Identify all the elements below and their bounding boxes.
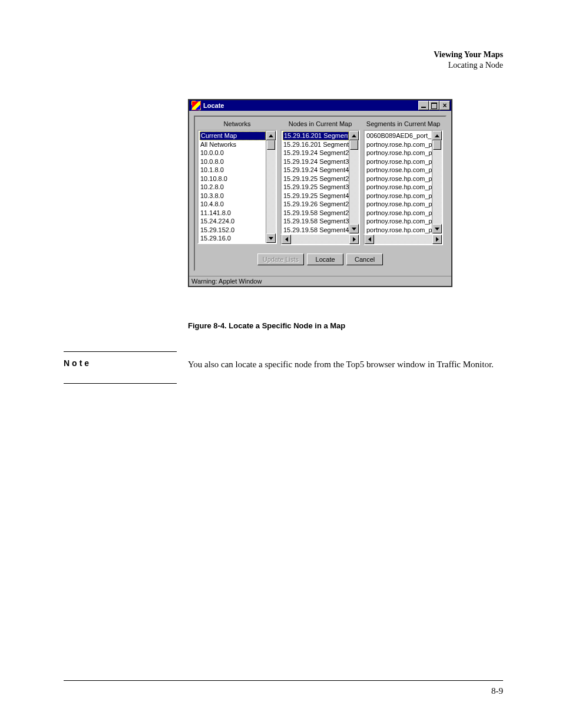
locate-window: Locate Networks Current MapAll Networks1… bbox=[188, 99, 452, 287]
list-item[interactable]: portnoy.rose.hp.com_p bbox=[366, 209, 432, 218]
list-item[interactable]: portnoy.rose.hp.com_p bbox=[366, 217, 432, 226]
list-item[interactable]: 15.29.19.24 Segment3 bbox=[283, 157, 349, 166]
header-title: Viewing Your Maps bbox=[434, 50, 503, 60]
window-title: Locate bbox=[203, 102, 224, 109]
scroll-down-icon[interactable] bbox=[266, 233, 276, 243]
list-item[interactable]: 15.29.19.26 Segment2 bbox=[283, 200, 349, 209]
list-item[interactable]: 10.4.8.0 bbox=[200, 200, 266, 209]
close-button[interactable] bbox=[439, 101, 450, 110]
list-item[interactable]: All Networks bbox=[200, 140, 266, 149]
list-item[interactable]: portnoy.rose.hp.com_p bbox=[366, 183, 432, 192]
locate-button[interactable]: Locate bbox=[307, 253, 343, 265]
list-item[interactable]: 15.29.19.24 Segment4 bbox=[283, 166, 349, 174]
list-item[interactable]: 15.29.19.58 Segment3 bbox=[283, 217, 349, 226]
networks-listbox[interactable]: Current MapAll Networks10.0.0.010.0.8.01… bbox=[199, 131, 266, 243]
figure-caption: Figure 8-4. Locate a Specific Node in a … bbox=[188, 321, 345, 330]
note-rule-top bbox=[64, 351, 177, 352]
list-item[interactable]: 10.3.8.0 bbox=[200, 192, 266, 200]
minimize-button[interactable] bbox=[418, 101, 429, 110]
list-item[interactable]: 15.29.19.58 Segment4 bbox=[283, 226, 349, 234]
segments-listbox[interactable]: 0060B089AED6_port_portnoy.rose.hp.com_pp… bbox=[365, 131, 432, 233]
networks-scrollbar[interactable] bbox=[266, 131, 276, 243]
list-item[interactable]: 10.0.0.0 bbox=[200, 149, 266, 157]
nodes-header: Nodes in Current Map bbox=[280, 120, 360, 127]
page-number: 8-9 bbox=[491, 686, 503, 696]
list-item[interactable]: 15.29.19.25 Segment3 bbox=[283, 183, 349, 192]
list-item[interactable]: portnoy.rose.hp.com_p bbox=[366, 226, 432, 234]
note-body: You also can locate a specific node from… bbox=[188, 358, 503, 371]
scroll-up-icon[interactable] bbox=[432, 131, 442, 140]
scroll-down-icon[interactable] bbox=[432, 224, 442, 233]
segments-column: Segments in Current Map 0060B089AED6_por… bbox=[363, 120, 443, 245]
maximize-button[interactable] bbox=[429, 101, 439, 110]
nodes-listbox[interactable]: 15.29.16.201 Segment115.29.16.201 Segmen… bbox=[282, 131, 349, 233]
list-item[interactable]: 15.29.19.25 Segment2 bbox=[283, 174, 349, 183]
button-row: Update Lists Locate Cancel bbox=[197, 253, 443, 265]
update-lists-button[interactable]: Update Lists bbox=[257, 253, 304, 265]
list-item[interactable]: 15.29.16.0 bbox=[200, 234, 266, 243]
scroll-left-icon[interactable] bbox=[282, 235, 291, 244]
segments-hscrollbar[interactable] bbox=[363, 235, 443, 245]
titlebar[interactable]: Locate bbox=[189, 100, 451, 111]
scroll-left-icon[interactable] bbox=[365, 235, 374, 244]
scroll-right-icon[interactable] bbox=[349, 235, 359, 244]
list-item[interactable]: 15.29.16.201 Segment1 bbox=[283, 131, 349, 140]
list-item[interactable]: 10.0.8.0 bbox=[200, 157, 266, 166]
nodes-column: Nodes in Current Map 15.29.16.201 Segmen… bbox=[280, 120, 360, 245]
status-bar: Warning: Applet Window bbox=[189, 276, 451, 286]
note-rule-bottom bbox=[64, 383, 177, 384]
networks-column: Networks Current MapAll Networks10.0.0.0… bbox=[197, 120, 277, 245]
app-icon bbox=[191, 101, 201, 110]
list-item[interactable]: 10.2.8.0 bbox=[200, 183, 266, 192]
note-label: Note bbox=[64, 358, 91, 368]
list-item[interactable]: portnoy.rose.hp.com_p bbox=[366, 200, 432, 209]
list-item[interactable]: 15.29.19.24 Segment2 bbox=[283, 149, 349, 157]
list-item[interactable]: Current Map bbox=[200, 131, 266, 140]
list-item[interactable]: 15.29.19.58 Segment2 bbox=[283, 209, 349, 218]
list-item[interactable]: portnoy.rose.hp.com_p bbox=[366, 140, 432, 149]
cancel-button[interactable]: Cancel bbox=[346, 253, 383, 265]
list-item[interactable]: 10.10.8.0 bbox=[200, 174, 266, 183]
segments-scrollbar[interactable] bbox=[432, 131, 442, 233]
list-item[interactable]: 11.141.8.0 bbox=[200, 209, 266, 218]
list-item[interactable]: 0060B089AED6_port_ bbox=[366, 131, 432, 140]
list-item[interactable]: 15.29.16.201 Segment1 bbox=[283, 140, 349, 149]
list-item[interactable]: portnoy.rose.hp.com_p bbox=[366, 174, 432, 183]
list-item[interactable]: portnoy.rose.hp.com_p bbox=[366, 149, 432, 157]
footer-rule bbox=[64, 680, 503, 681]
segments-header: Segments in Current Map bbox=[363, 120, 443, 127]
list-item[interactable]: portnoy.rose.hp.com_p bbox=[366, 166, 432, 174]
scroll-down-icon[interactable] bbox=[349, 224, 359, 233]
networks-header: Networks bbox=[197, 120, 277, 127]
list-item[interactable]: 15.29.19.25 Segment4 bbox=[283, 192, 349, 200]
scroll-right-icon[interactable] bbox=[432, 235, 442, 244]
list-item[interactable]: portnoy.rose.hp.com_p bbox=[366, 192, 432, 200]
page-header: Viewing Your Maps Locating a Node bbox=[434, 50, 503, 71]
list-item[interactable]: 15.29.152.0 bbox=[200, 226, 266, 235]
list-item[interactable]: 15.24.224.0 bbox=[200, 217, 266, 226]
nodes-hscrollbar[interactable] bbox=[280, 235, 360, 245]
list-item[interactable]: portnoy.rose.hp.com_p bbox=[366, 157, 432, 166]
header-subtitle: Locating a Node bbox=[434, 60, 503, 71]
scroll-up-icon[interactable] bbox=[266, 131, 276, 140]
window-body: Networks Current MapAll Networks10.0.0.0… bbox=[194, 116, 447, 271]
nodes-scrollbar[interactable] bbox=[349, 131, 359, 233]
list-item[interactable]: 10.1.8.0 bbox=[200, 166, 266, 174]
scroll-up-icon[interactable] bbox=[349, 131, 359, 140]
